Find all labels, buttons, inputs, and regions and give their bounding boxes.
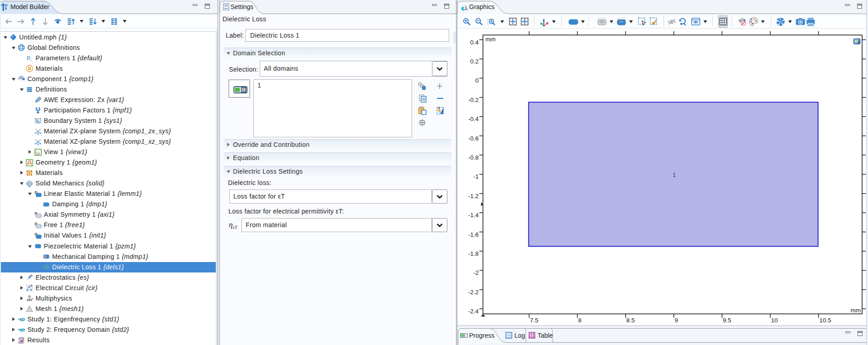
svg-text:-2: -2	[473, 269, 479, 276]
svg-text:mm: mm	[851, 307, 861, 314]
svg-text:-1.4: -1.4	[468, 212, 479, 219]
svg-text:10.5: 10.5	[819, 317, 831, 324]
svg-text:-0.4: -0.4	[468, 116, 479, 122]
svg-text:mm: mm	[485, 36, 496, 43]
svg-text:8: 8	[578, 317, 582, 324]
svg-text:-1.8: -1.8	[468, 250, 479, 257]
svg-text:-0.8: -0.8	[468, 154, 479, 161]
svg-text:8.5: 8.5	[626, 317, 635, 324]
svg-text:-2.4: -2.4	[468, 308, 479, 315]
svg-text:9: 9	[674, 317, 678, 324]
svg-text:-0.2: -0.2	[468, 97, 479, 103]
svg-text:0.4: 0.4	[470, 39, 479, 46]
svg-text:7.5: 7.5	[530, 317, 538, 324]
svg-text:-0.6: -0.6	[468, 135, 479, 142]
svg-text:0: 0	[475, 77, 479, 84]
svg-text:-2.2: -2.2	[468, 289, 479, 296]
svg-text:-1.6: -1.6	[468, 231, 479, 238]
svg-text:-1: -1	[473, 173, 479, 180]
svg-text:-1.2: -1.2	[468, 193, 479, 199]
svg-text:0.2: 0.2	[470, 58, 479, 65]
svg-text:1: 1	[673, 172, 676, 178]
svg-text:9.5: 9.5	[723, 317, 732, 324]
svg-text:10: 10	[771, 317, 778, 324]
